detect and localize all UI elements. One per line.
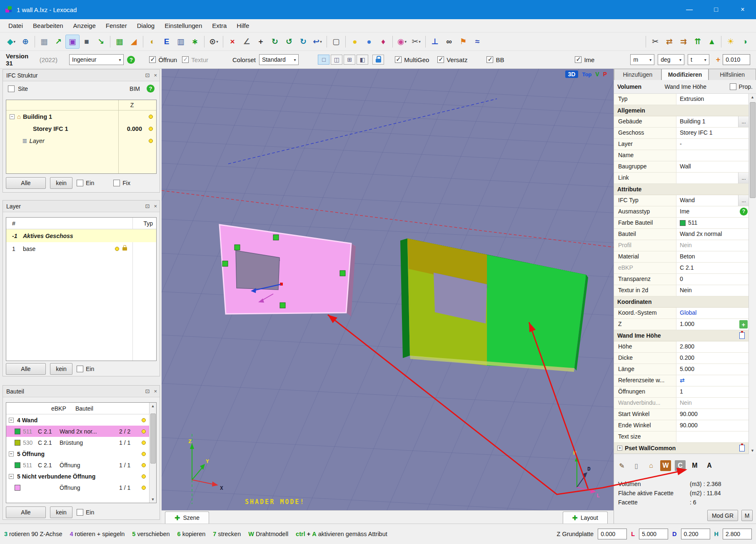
rotate-axis-icon[interactable]: ↻ [296,35,310,49]
versatz-checkbox[interactable]: Versatz [437,56,467,63]
axis-insert-icon[interactable]: ⊥ [428,35,442,49]
arrow-down-right-icon[interactable]: ↘ [94,35,108,49]
property-row[interactable]: GebäudeBuilding 1... [614,116,749,128]
close-panel-icon[interactable]: × [154,72,157,78]
lock-view-button[interactable] [372,55,384,65]
role-select[interactable]: Ingenieur▾ [69,54,124,65]
prop-checkbox[interactable] [730,83,736,90]
z-grundplatte-input[interactable]: 0.000 [598,529,627,539]
wedge-icon[interactable]: ◢ [127,35,141,49]
mode-p-button[interactable]: P [603,71,607,78]
property-value[interactable]: - [676,139,749,150]
globe-icon[interactable]: ⊕ [18,35,32,49]
precision-input[interactable]: 0.010 [723,54,750,65]
ime-checkbox[interactable]: Ime [575,56,594,63]
property-value[interactable]: 5.000 [676,364,749,375]
menu-bearbeiten[interactable]: Bearbeiten [28,20,68,31]
property-value[interactable]: Extrusion [676,94,749,105]
minimize-button[interactable]: — [676,0,703,19]
property-value[interactable]: Wand 2x normal [676,229,749,240]
property-row[interactable]: Höhe2.800 [614,341,749,353]
property-row[interactable]: AusmasstypIme? [614,206,749,218]
hide-box-icon[interactable]: ▦ [37,35,51,49]
ifc-tree-row[interactable]: −⌂Building 1 [6,110,156,123]
browse-button[interactable]: ... [738,195,749,206]
tab-hilfslinien[interactable]: Hilfslinien [709,69,756,80]
spline-icon[interactable]: ≈ [470,35,484,49]
oeffnung-checkbox[interactable]: Öffnun [149,56,177,63]
float-panel-icon[interactable]: ⊡ [145,388,150,394]
flag-icon[interactable]: ⚑ [456,35,470,49]
bb-checkbox[interactable]: BB [487,56,504,63]
menu-dialog[interactable]: Dialog [132,20,160,31]
tab-modifizieren[interactable]: Modifizieren [661,69,709,80]
alle-button[interactable]: Alle [6,506,46,518]
scene-canvas[interactable]: Z Y X H D L [162,69,614,510]
property-row[interactable]: Name [614,150,749,161]
property-value[interactable]: Wall [676,161,749,172]
binoculars-icon[interactable]: ∞ [442,35,456,49]
layer-row[interactable]: 1base [6,242,156,255]
menu-extra[interactable]: Extra [207,20,232,31]
property-value[interactable] [676,431,749,442]
roof-tool-icon[interactable]: ⌂ [646,460,656,471]
bauteil-row[interactable]: 530C 2.1Brüstung1 / 1 [6,437,149,448]
property-value[interactable] [676,173,738,183]
visibility-bulb-icon[interactable] [149,127,153,131]
help-icon[interactable]: ? [740,208,748,216]
scroll-down-icon[interactable]: ▼ [151,496,155,503]
property-row[interactable]: Link... [614,173,749,184]
undo-icon[interactable]: ↩▾ [310,35,324,49]
property-row[interactable]: Ende Winkel90.000 [614,420,749,431]
layout-three-icon[interactable]: ◧ [357,55,368,65]
mode-v-button[interactable]: V [595,71,599,78]
alle-button[interactable]: Alle [6,177,46,189]
light-yellow-icon[interactable]: ● [348,35,362,49]
unit-angle-select[interactable]: deg▾ [658,54,684,65]
property-section-header[interactable]: Allgemein [614,105,749,116]
property-row[interactable]: TypExtrusion [614,94,749,105]
property-row[interactable]: eBKPC 2.1 [614,263,749,274]
visibility-bulb-icon[interactable] [142,486,146,490]
export-file-icon[interactable]: ⇉ [676,35,691,49]
ruler-icon[interactable]: ▥ [174,35,188,49]
render-icon[interactable]: ▲ [705,35,719,49]
snap-point-icon[interactable]: ∗ [188,35,202,49]
visibility-bulb-icon[interactable] [142,429,146,434]
property-value[interactable]: C 2.1 [676,263,749,273]
ein-checkbox[interactable]: Ein [77,366,94,372]
property-section-header[interactable]: Attribute [614,184,749,195]
ein-checkbox[interactable]: Ein [77,180,94,186]
text-tool-icon[interactable]: E [160,35,174,49]
l-input[interactable]: 5.000 [639,529,668,539]
property-value[interactable]: Wand [676,195,738,206]
bauteil-group-row[interactable]: −5 Nicht verbundene Öffnung [6,471,149,482]
property-row[interactable]: Farbe Bauteil511 [614,218,749,229]
property-row[interactable]: BauteilWand 2x normal [614,229,749,240]
tab-szene[interactable]: ✚ Szene [165,511,209,524]
close-panel-icon[interactable]: × [154,203,157,209]
property-value[interactable]: Nein [676,398,749,409]
maximize-button[interactable]: □ [703,0,729,19]
menu-hilfe[interactable]: Hilfe [232,20,254,31]
bim-help-icon[interactable]: ? [147,85,155,93]
swap-reference-icon[interactable]: ⇄ [680,377,685,384]
visibility-bulb-icon[interactable] [142,452,146,456]
m-button[interactable]: M [741,510,753,521]
property-section-header[interactable]: Koordinaten [614,296,749,308]
scroll-thumb[interactable] [750,102,756,198]
property-row[interactable]: Öffnungen1 [614,386,749,398]
fix-checkbox[interactable]: Fix [113,180,130,186]
attribute-tool-icon[interactable]: A [704,460,715,471]
mod-gr-button[interactable]: Mod GR [707,510,738,521]
property-value[interactable]: 1 [676,386,749,397]
ein-checkbox[interactable]: Ein [77,509,94,516]
bauteil-row[interactable]: 511C 2.1Öffnung1 / 1 [6,459,149,471]
close-panel-icon[interactable]: × [154,388,157,394]
property-value[interactable] [676,150,749,161]
property-value[interactable]: 2.800 [676,341,749,352]
property-value[interactable]: 90.000 [676,420,749,431]
layout-quad-icon[interactable]: ⊞ [344,55,355,65]
property-row[interactable]: IFC TypWand... [614,195,749,206]
rotate-cw-icon[interactable]: ↻ [268,35,282,49]
